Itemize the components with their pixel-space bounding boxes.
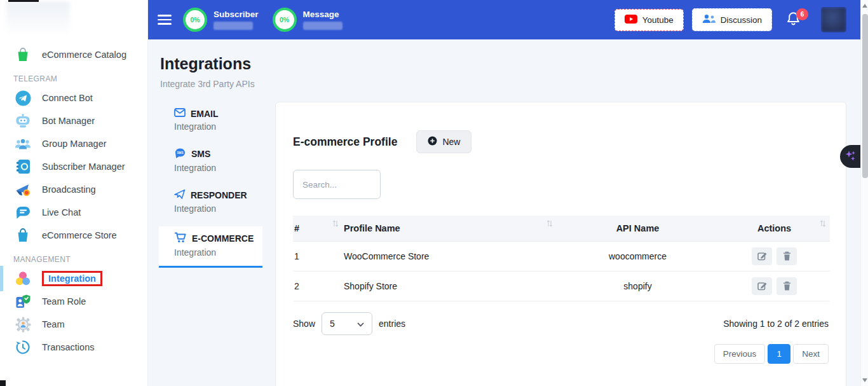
- ecommerce-profile-card: E-commerce Profile New #: [275, 102, 846, 386]
- message-percent: 0%: [280, 16, 289, 24]
- users-group-icon: [15, 138, 31, 150]
- browser-artifact-top: [8, 0, 39, 2]
- scroll-up-arrow[interactable]: [862, 4, 867, 8]
- shopping-bag-blue-icon: [15, 228, 31, 243]
- row-num: 1: [293, 241, 342, 271]
- sparkles-icon: [845, 149, 856, 163]
- page-size-select[interactable]: 5: [322, 312, 372, 335]
- scroll-down-arrow[interactable]: [862, 378, 867, 382]
- sidebar-item-label: eCommerce Store: [42, 230, 117, 240]
- sidebar-item-connect-bot[interactable]: Connect Bot: [0, 86, 147, 109]
- ai-assistant-fab[interactable]: [840, 145, 860, 168]
- subnav-subtitle: Integration: [174, 163, 255, 173]
- sidebar-item-broadcasting[interactable]: Broadcasting: [0, 178, 147, 201]
- sidebar-item-ecommerce-store[interactable]: eCommerce Store: [0, 224, 147, 247]
- youtube-button[interactable]: Youtube: [614, 9, 684, 31]
- robot-icon: [15, 114, 31, 128]
- user-avatar[interactable]: [821, 7, 846, 32]
- discussion-users-icon: [702, 14, 715, 25]
- subnav-subtitle: Integration: [174, 247, 255, 258]
- sidebar-item-label: Team Role: [42, 296, 86, 307]
- app-logo[interactable]: [0, 0, 147, 38]
- sidebar-item-label: Group Manager: [42, 139, 107, 149]
- entries-label: entries: [379, 319, 405, 329]
- sidebar-item-integration[interactable]: Integration: [0, 267, 147, 290]
- subnav-ecommerce-integration[interactable]: E-COMMERCE Integration: [159, 226, 262, 268]
- browser-artifact-bottom: [0, 380, 6, 386]
- contacts-book-icon: [15, 159, 31, 174]
- delete-button[interactable]: [776, 247, 797, 265]
- delete-button[interactable]: [776, 277, 797, 295]
- row-profile-name: WooCommerce Store: [342, 241, 557, 271]
- annotation-red-box: Integration: [42, 271, 102, 286]
- table-row: 2 Shopify Store shopify: [293, 271, 830, 301]
- column-header-num[interactable]: #: [293, 216, 342, 241]
- sidebar-item-label: Team: [42, 319, 64, 329]
- edit-button[interactable]: [752, 247, 772, 265]
- vertical-scrollbar[interactable]: [860, 0, 868, 386]
- column-header-api-name[interactable]: API Name: [557, 216, 719, 241]
- subnav-subtitle: Integration: [174, 203, 255, 214]
- discussion-button-label: Discussion: [721, 15, 762, 25]
- sort-icon[interactable]: [820, 219, 826, 230]
- notification-badge: 6: [796, 8, 808, 20]
- new-profile-button[interactable]: New: [416, 130, 471, 153]
- next-page-button[interactable]: Next: [793, 344, 829, 364]
- role-shield-icon: [15, 294, 31, 309]
- sidebar-item-team-role[interactable]: Team Role: [0, 290, 147, 313]
- integration-subnav: EMAIL Integration SMS SMS Integration RE…: [159, 105, 262, 275]
- logo-blurred-placeholder: [6, 1, 70, 34]
- notifications-bell[interactable]: 6: [786, 11, 801, 29]
- sidebar-item-team[interactable]: Team: [0, 313, 147, 336]
- sidebar-item-ecommerce-catalog[interactable]: eCommerce Catalog: [0, 43, 147, 66]
- new-button-label: New: [442, 137, 460, 147]
- sidebar-item-bot-manager[interactable]: Bot Manager: [0, 109, 147, 132]
- subnav-responder-integration[interactable]: RESPONDER Integration: [159, 186, 262, 219]
- main-content: Integrations Integrate 3rd Party APIs EM…: [148, 39, 860, 386]
- scrollbar-thumb[interactable]: [862, 14, 868, 178]
- youtube-button-label: Youtube: [642, 15, 674, 25]
- discussion-button[interactable]: Discussion: [692, 8, 772, 31]
- page-title: Integrations: [160, 55, 860, 73]
- sidebar-item-label: eCommerce Catalog: [42, 50, 126, 60]
- sidebar-item-subscriber-manager[interactable]: Subscriber Manager: [0, 155, 147, 178]
- subnav-title: EMAIL: [191, 109, 219, 119]
- plus-circle-icon: [428, 136, 437, 148]
- sidebar-item-live-chat[interactable]: Live Chat: [0, 201, 147, 224]
- subnav-sms-integration[interactable]: SMS SMS Integration: [159, 144, 262, 179]
- subnav-email-integration[interactable]: EMAIL Integration: [159, 105, 262, 137]
- previous-page-button[interactable]: Previous: [714, 344, 766, 364]
- telegram-icon: [15, 90, 31, 106]
- subscriber-progress-ring: 0%: [183, 8, 207, 32]
- sidebar-item-label: Integration: [48, 273, 96, 284]
- sidebar-item-label: Live Chat: [42, 207, 81, 217]
- avatar-blurred-image: [821, 7, 846, 32]
- trash-icon: [783, 251, 791, 261]
- sidebar-item-transactions[interactable]: Transactions: [0, 336, 147, 359]
- sidebar-item-label: Broadcasting: [42, 184, 96, 195]
- shopping-bag-green-icon: [15, 47, 31, 62]
- page-size-value: 5: [330, 319, 335, 329]
- broadcast-icon: [15, 183, 31, 196]
- sidebar-item-label: Connect Bot: [42, 93, 93, 103]
- team-gear-icon: [15, 317, 31, 333]
- table-row: 1 WooCommerce Store woocommerce: [293, 241, 830, 271]
- chevron-down-icon: [357, 319, 364, 329]
- sidebar-item-group-manager[interactable]: Group Manager: [0, 132, 147, 155]
- search-input[interactable]: [293, 170, 381, 199]
- row-profile-name: Shopify Store: [342, 271, 557, 301]
- top-header: 0% Subscriber 0% Message Youtube Discuss…: [148, 0, 860, 39]
- paper-plane-icon: [174, 189, 186, 201]
- subscriber-stat-label: Subscriber: [214, 10, 259, 19]
- sidebar-item-label: Bot Manager: [42, 116, 95, 126]
- current-page-button[interactable]: 1: [768, 344, 790, 364]
- svg-text:SMS: SMS: [177, 151, 184, 155]
- column-header-actions[interactable]: Actions: [719, 216, 830, 241]
- edit-button[interactable]: [752, 277, 772, 295]
- column-header-profile-name[interactable]: Profile Name: [342, 216, 557, 241]
- subscriber-stat: 0% Subscriber: [183, 8, 259, 32]
- hamburger-menu-icon[interactable]: [158, 12, 172, 27]
- sort-icon[interactable]: [332, 219, 339, 230]
- sort-icon[interactable]: [546, 219, 553, 230]
- page-subtitle: Integrate 3rd Party APIs: [160, 79, 860, 89]
